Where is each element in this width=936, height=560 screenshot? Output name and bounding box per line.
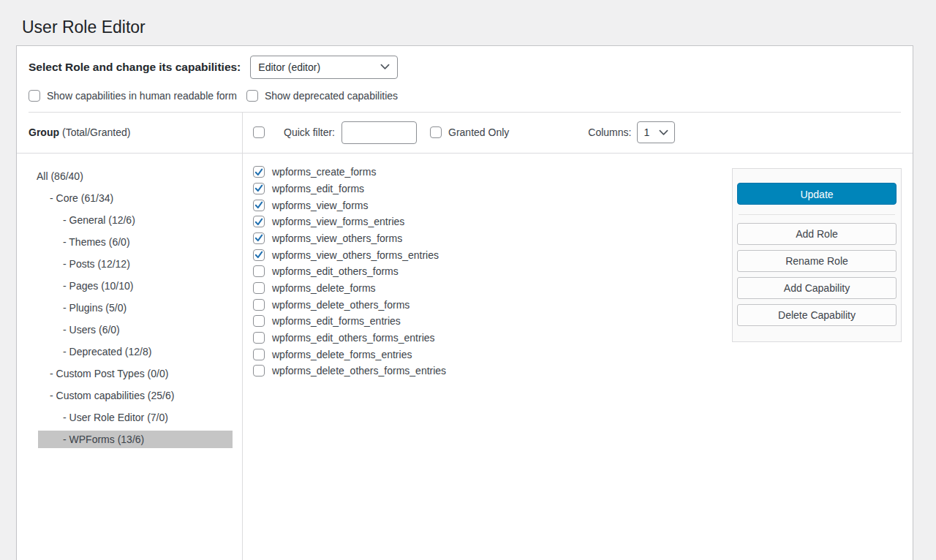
human-readable-checkbox[interactable] [29,90,40,102]
filter-bar: Quick filter: Granted Only Columns: 1 [243,113,913,153]
chevron-down-icon [659,129,668,136]
group-tree-item[interactable]: - User Role Editor (7/0) [17,406,242,428]
capabilities-area: wpforms_create_formswpforms_edit_formswp… [243,154,913,560]
group-tree-item[interactable]: - Deprecated (12/8) [17,341,242,363]
group-tree-item[interactable]: - General (12/6) [17,209,242,231]
capability-checkbox[interactable] [253,315,265,327]
group-tree-item[interactable]: - Posts (12/12) [17,253,242,275]
group-tree-item-label: - Deprecated (12/8) [17,346,151,357]
granted-only-label: Granted Only [448,126,509,138]
group-tree-item[interactable]: - Themes (6/0) [17,231,242,253]
role-select-value: Editor (editor) [258,61,320,73]
capability-label: wpforms_view_others_forms_entries [272,249,439,261]
group-tree-item[interactable]: - Custom capabilities (25/6) [17,385,242,406]
capability-label: wpforms_delete_others_forms_entries [272,365,446,377]
group-tree-item-label: - Plugins (5/0) [17,302,127,314]
group-tree-item[interactable]: - Plugins (5/0) [17,297,242,319]
capability-label: wpforms_delete_forms [272,282,376,294]
columns-select-value: 1 [644,126,649,138]
columns-select[interactable]: 1 [637,121,675,143]
group-tree-item-label: - Custom capabilities (25/6) [17,390,174,401]
capability-checkbox[interactable] [253,249,265,261]
capability-checkbox[interactable] [253,299,265,311]
capability-checkbox[interactable] [253,365,265,377]
group-tree-item-label: - Core (61/34) [17,192,113,204]
group-header-title: Group [29,126,59,138]
role-select-label: Select Role and change its capabilities: [29,61,241,74]
group-tree-item-label: - Pages (10/10) [17,280,134,292]
role-select[interactable]: Editor (editor) [250,56,398,79]
capability-row: wpforms_delete_others_forms_entries [253,363,913,379]
content-row: All (86/40)- Core (61/34)- General (12/6… [17,154,913,560]
update-button[interactable]: Update [737,183,897,205]
add-capability-button[interactable]: Add Capability [737,277,897,299]
group-tree-item[interactable]: - Pages (10/10) [17,275,242,297]
capability-checkbox[interactable] [253,232,265,244]
group-tree-item[interactable]: - Core (61/34) [17,187,242,209]
group-header: Group (Total/Granted) [17,113,243,153]
group-tree-item-label: - Posts (12/12) [17,258,130,270]
capability-label: wpforms_view_others_forms [272,232,402,244]
human-readable-label: Show capabilities in human readable form [47,90,237,102]
capability-checkbox[interactable] [253,282,265,294]
role-select-row: Select Role and change its capabilities:… [17,46,913,79]
human-readable-option: Show capabilities in human readable form [29,90,237,102]
capability-checkbox[interactable] [253,216,265,227]
capability-label: wpforms_delete_others_forms [272,299,410,311]
user-role-editor-panel: Select Role and change its capabilities:… [16,45,913,560]
chevron-down-icon [380,64,390,70]
capability-label: wpforms_edit_forms [272,183,364,194]
capability-checkbox[interactable] [253,166,265,178]
select-all-checkbox[interactable] [253,126,265,138]
capability-row: wpforms_delete_forms_entries [253,346,913,363]
group-tree-item[interactable]: - Users (6/0) [17,319,242,341]
quick-filter-input[interactable] [341,121,417,144]
rename-role-button[interactable]: Rename Role [737,250,897,272]
capability-label: wpforms_edit_forms_entries [272,315,401,327]
delete-capability-button[interactable]: Delete Capability [737,304,897,326]
deprecated-checkbox[interactable] [246,90,258,102]
capability-label: wpforms_view_forms_entries [272,216,404,227]
group-tree-item-label: - General (12/6) [17,214,135,226]
granted-only-checkbox[interactable] [430,126,442,138]
actions-divider [739,214,895,215]
display-options-row: Show capabilities in human readable form… [17,79,913,102]
actions-panel: Update Add Role Rename Role Add Capabili… [732,168,902,342]
capability-checkbox[interactable] [253,265,265,277]
group-tree-item[interactable]: - Custom Post Types (0/0) [17,363,242,385]
group-tree-item-label: - User Role Editor (7/0) [17,412,168,423]
quick-filter-label: Quick filter: [284,126,335,138]
capability-label: wpforms_view_forms [272,200,368,211]
capability-checkbox[interactable] [253,349,265,360]
group-tree-item[interactable]: All (86/40) [17,165,242,187]
deprecated-label: Show deprecated capabilities [265,90,398,102]
capability-label: wpforms_edit_others_forms_entries [272,332,435,344]
capability-label: wpforms_create_forms [272,166,376,178]
group-tree-item-label: - Themes (6/0) [17,236,130,248]
group-tree-item-label: All (86/40) [17,170,83,182]
group-tree-item[interactable]: - WPForms (13/6) [17,428,242,450]
add-role-button[interactable]: Add Role [737,223,897,245]
group-tree: All (86/40)- Core (61/34)- General (12/6… [17,154,243,560]
deprecated-option: Show deprecated capabilities [246,90,398,102]
capability-label: wpforms_edit_others_forms [272,265,399,277]
group-tree-item-label: - WPForms (13/6) [38,431,233,448]
list-header-row: Group (Total/Granted) Quick filter: Gran… [17,113,913,154]
page-title: User Role Editor [0,0,936,39]
capability-checkbox[interactable] [253,200,265,211]
capability-checkbox[interactable] [253,332,265,344]
group-tree-item-label: - Custom Post Types (0/0) [17,368,168,379]
group-header-subtitle: (Total/Granted) [62,126,130,138]
capability-label: wpforms_delete_forms_entries [272,349,412,360]
group-tree-item-label: - Users (6/0) [17,324,120,336]
capability-checkbox[interactable] [253,183,265,194]
columns-label: Columns: [588,126,631,138]
